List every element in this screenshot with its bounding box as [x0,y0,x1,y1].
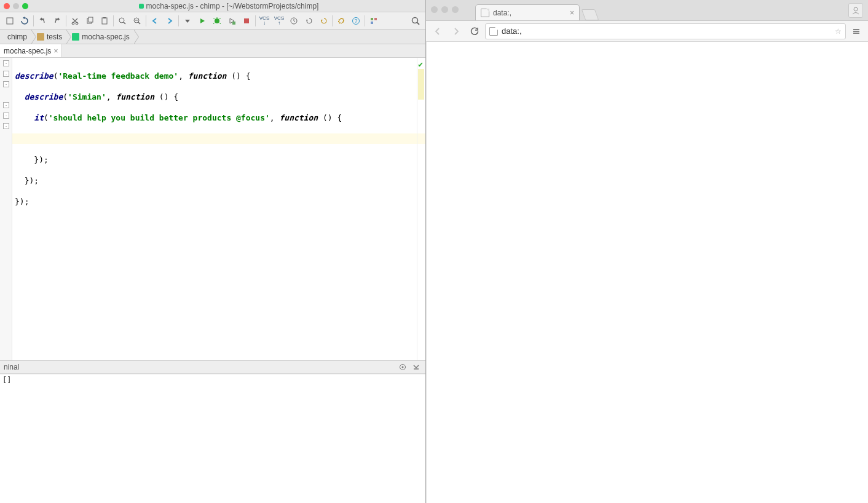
undo-button[interactable] [35,14,50,28]
svg-line-10 [138,22,140,24]
browser-tab[interactable]: data:, × [475,4,580,20]
breadcrumb-file[interactable]: mocha-spec.js [66,30,133,44]
svg-rect-0 [7,18,13,24]
svg-point-24 [402,366,404,368]
svg-line-22 [417,22,420,25]
fold-toggle-icon[interactable]: - [3,123,9,129]
breadcrumb-root[interactable]: chimp [1,30,31,44]
browser-viewport[interactable] [426,42,868,503]
debug-button[interactable] [210,14,224,28]
ide-window: mocha-spec.js - chimp - [~/WebstormProje… [0,0,426,503]
breadcrumb-label: tests [47,33,62,41]
terminal-hide-icon[interactable] [411,362,422,373]
browser-forward-button[interactable] [448,23,464,39]
open-file-button[interactable] [2,14,17,28]
code-editor[interactable]: - - - - - - describe('Real-time feedback… [0,58,425,360]
vcs-history-button[interactable] [286,14,301,28]
keyword: function [279,113,318,122]
browser-reload-button[interactable] [467,23,483,39]
ide-titlebar[interactable]: mocha-spec.js - chimp - [~/WebstormProje… [0,0,425,12]
vcs-revert-button[interactable] [301,14,316,28]
page-icon [481,9,489,17]
svg-point-21 [412,17,418,23]
browser-titlebar[interactable]: data:, × [426,0,868,21]
svg-rect-19 [374,18,377,20]
fold-toggle-icon[interactable]: - [3,81,9,87]
maximize-window-icon[interactable] [452,6,459,13]
terminal-panel-header[interactable]: ninal [0,360,425,374]
cut-button[interactable] [68,14,82,28]
help-button[interactable]: ? [349,14,363,28]
fold-toggle-icon[interactable]: - [3,60,9,66]
punct: }); [15,155,49,164]
breadcrumb-folder[interactable]: tests [31,30,66,44]
paste-button[interactable] [97,14,112,28]
zoom-out-button[interactable] [115,14,130,28]
js-file-icon [72,33,79,41]
terminal-settings-icon[interactable] [397,362,408,373]
structure-button[interactable] [366,14,381,28]
svg-point-12 [215,18,219,23]
svg-line-8 [124,22,125,24]
svg-rect-13 [232,22,235,25]
svg-rect-14 [244,18,249,23]
bookmark-star-icon[interactable]: ☆ [835,27,842,36]
maximize-window-icon[interactable] [22,3,28,9]
keyword: function [116,92,154,101]
string-literal: 'Simian' [68,92,106,101]
back-button[interactable] [148,14,162,28]
window-traffic-lights[interactable] [4,3,28,9]
vcs-commit-button[interactable]: VCS↑ [272,14,286,28]
redo-button[interactable] [50,14,65,28]
address-bar[interactable]: ☆ [485,23,846,39]
active-line [12,133,425,144]
minimize-window-icon[interactable] [13,3,19,9]
zoom-in-button[interactable] [130,14,144,28]
browser-menu-button[interactable] [848,23,864,39]
punct: ( [63,92,68,101]
url-input[interactable] [502,26,831,36]
file-type-icon [139,4,144,9]
close-tab-icon[interactable]: × [53,47,58,55]
search-everywhere-button[interactable] [408,14,423,28]
minimize-window-icon[interactable] [441,6,448,13]
run-button[interactable] [195,14,210,28]
punct: () { [154,92,178,101]
error-stripe[interactable] [417,58,425,360]
punct: , [270,113,280,122]
new-tab-button[interactable] [582,9,599,20]
breadcrumb-label: mocha-spec.js [82,33,129,41]
forward-button[interactable] [162,14,177,28]
fold-toggle-icon[interactable]: - [3,113,9,119]
stop-button[interactable] [239,14,254,28]
fold-toggle-icon[interactable]: - [3,102,9,108]
browser-traffic-lights[interactable] [431,6,459,13]
copy-button[interactable] [82,14,97,28]
settings-button[interactable] [334,14,349,28]
keyword: function [188,71,227,81]
window-title: mocha-spec.js - chimp - [~/WebstormProje… [146,2,319,10]
gutter[interactable]: - - - - - - [0,58,12,360]
profile-button[interactable] [848,3,863,18]
close-window-icon[interactable] [431,6,438,13]
svg-text:?: ? [354,18,357,24]
fold-toggle-icon[interactable]: - [3,71,9,77]
close-window-icon[interactable] [4,3,10,9]
ide-toolbar: VCS↓ VCS↑ ? [0,12,425,30]
sync-button[interactable] [17,14,32,28]
close-tab-icon[interactable]: × [570,9,574,17]
vcs-update-button[interactable]: VCS↓ [257,14,272,28]
vcs-branch-button[interactable] [316,14,331,28]
highlight-marker[interactable] [418,69,424,100]
browser-window: data:, × ☆ [426,0,868,503]
keyword: describe [25,92,63,101]
terminal-body[interactable]: [] [0,374,425,503]
code-content[interactable]: describe('Real-time feedback demo', func… [12,58,425,360]
tab-strip: data:, × [475,4,837,20]
punct: () { [318,113,342,122]
browser-back-button[interactable] [430,23,446,39]
svg-rect-18 [371,18,373,20]
run-config-dropdown[interactable] [180,14,195,28]
editor-tab[interactable]: mocha-spec.js × [0,44,62,57]
coverage-button[interactable] [224,14,239,28]
